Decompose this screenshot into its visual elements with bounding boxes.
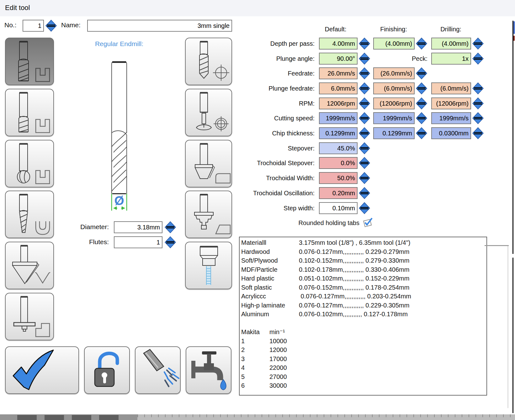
tool-type-slot-cutter-button[interactable] bbox=[5, 293, 54, 340]
spinner-updown[interactable] bbox=[358, 38, 370, 50]
cutting-speed-default-field[interactable]: 1999mm/s bbox=[319, 112, 358, 124]
tool-name-input[interactable]: 3mm single bbox=[87, 20, 232, 32]
makita-rpm: 17000 bbox=[269, 354, 287, 364]
param-row-rpm: RPM: 12006rpm (12006rpm) (12006rpm) bbox=[242, 97, 492, 109]
tool-type-tapered-engraver-button[interactable] bbox=[5, 191, 54, 238]
spinner-updown[interactable] bbox=[472, 127, 484, 139]
spinner-updown[interactable] bbox=[358, 97, 370, 109]
tool-strip-segment bbox=[45, 415, 64, 420]
trochoidal-stepover-field[interactable]: 0.0% bbox=[319, 157, 358, 169]
plunge-feedrate-finishing-field[interactable]: (6.0mm/s) bbox=[373, 82, 415, 94]
tool-type-regular-endmill-button[interactable] bbox=[5, 38, 54, 85]
rpm-finishing-field[interactable]: (12006rpm) bbox=[373, 97, 415, 109]
spinner-updown[interactable] bbox=[472, 97, 484, 109]
coolant-button[interactable] bbox=[186, 346, 231, 394]
ok-button[interactable] bbox=[5, 346, 79, 394]
material-row: Aluminum 0.076-0.102mm,,,,,,,,,,, 0.127-… bbox=[241, 310, 486, 319]
spinner-updown[interactable] bbox=[472, 53, 484, 65]
feedrate-default-field[interactable]: 26.0mm/s bbox=[319, 67, 358, 79]
makita-speed-number: 4 bbox=[241, 363, 269, 372]
tool-type-single-flute-endmill-button[interactable] bbox=[5, 89, 54, 136]
chip-thickness-default-field[interactable]: 0.1299mm bbox=[319, 127, 358, 139]
updown-diamond-icon bbox=[45, 20, 57, 32]
rpm-default-field[interactable]: 12006rpm bbox=[319, 97, 358, 109]
spinner-updown[interactable] bbox=[416, 127, 427, 139]
unlock-button[interactable] bbox=[84, 346, 130, 394]
spray-icon bbox=[135, 347, 180, 393]
updown-diamond-icon bbox=[416, 97, 427, 109]
depth-per-pass-default-field[interactable]: 4.00mm bbox=[319, 38, 358, 50]
flutes-input[interactable]: 1 bbox=[114, 236, 162, 248]
tool-mode-undercut-button[interactable] bbox=[185, 89, 232, 136]
flutes-spinner[interactable] bbox=[164, 236, 176, 248]
tool-number-label: No.: bbox=[4, 21, 17, 29]
material-name: Aluminum bbox=[241, 310, 299, 319]
updown-diamond-icon bbox=[416, 38, 427, 50]
endmill-drawing-icon: Ø bbox=[100, 58, 139, 215]
tool-number-input[interactable]: 1 bbox=[23, 20, 44, 32]
param-row-chip-thickness: Chip thickness: 0.1299mm 0.1299mm 0.0300… bbox=[242, 127, 492, 139]
spinner-updown[interactable] bbox=[358, 82, 370, 94]
spinner-updown[interactable] bbox=[358, 127, 370, 139]
trochoidal-oscillation-field[interactable]: 0.20mm bbox=[319, 187, 358, 199]
spinner-updown[interactable] bbox=[416, 82, 427, 94]
step-width-field[interactable]: 0.10mm bbox=[319, 202, 358, 214]
material-chipload-box: Materialll 3.175mm tool (1/8") , 6.35mm … bbox=[239, 237, 487, 396]
tool-number-spinner[interactable] bbox=[45, 20, 57, 32]
param-label: Step width: bbox=[242, 205, 315, 212]
rpm-drilling-field[interactable]: (12006rpm) bbox=[431, 97, 471, 109]
spinner-updown[interactable] bbox=[358, 157, 370, 169]
spinner-updown[interactable] bbox=[358, 53, 370, 65]
material-value: 0.076-0.152mm,,,,,,,,,,,, 0.178-0.254mm bbox=[299, 283, 409, 292]
spinner-updown[interactable] bbox=[358, 187, 370, 199]
spinner-updown[interactable] bbox=[472, 82, 484, 94]
tool-type-ballnose-endmill-button[interactable] bbox=[5, 140, 54, 187]
spinner-updown[interactable] bbox=[358, 142, 370, 154]
plunge-feedrate-default-field[interactable]: 6.0mm/s bbox=[319, 82, 358, 94]
material-name: Acryliccc bbox=[241, 292, 299, 301]
cutting-speed-drilling-field[interactable]: 1999mm/s bbox=[431, 112, 471, 124]
tool-mode-profile-button[interactable] bbox=[185, 191, 232, 238]
spinner-updown[interactable] bbox=[472, 38, 484, 50]
updown-diamond-icon bbox=[358, 187, 370, 199]
rounded-holding-tabs-checkbox[interactable] bbox=[362, 217, 373, 228]
spinner-updown[interactable] bbox=[358, 172, 370, 184]
dialog-titlebar: Edit tool bbox=[0, 0, 515, 16]
chip-thickness-drilling-field[interactable]: 0.0300mm bbox=[431, 127, 471, 139]
depth-per-pass-finishing-field[interactable]: (4.00mm) bbox=[373, 38, 415, 50]
tool-mode-chamfer-button[interactable] bbox=[185, 140, 232, 187]
tool-mode-laser-button[interactable] bbox=[185, 242, 232, 289]
spinner-updown[interactable] bbox=[472, 112, 484, 124]
chip-thickness-finishing-field[interactable]: 0.1299mm bbox=[373, 127, 415, 139]
material-row: Acryliccc 0.076-0.127mm,,,,,,,,,,,, 0.20… bbox=[241, 292, 486, 301]
material-header-row: Materialll 3.175mm tool (1/8") , 6.35mm … bbox=[241, 238, 486, 247]
makita-row: 6 30000 bbox=[241, 381, 486, 390]
makita-row: 2 12000 bbox=[241, 345, 486, 354]
spinner-updown[interactable] bbox=[416, 112, 427, 124]
peck-field[interactable]: 1x bbox=[431, 53, 471, 65]
tool-strip-segment bbox=[17, 415, 37, 420]
blank-line bbox=[241, 319, 486, 328]
spinner-updown[interactable] bbox=[416, 38, 427, 50]
diameter-input[interactable]: 3.18mm bbox=[114, 221, 162, 233]
tool-mode-drill-button[interactable] bbox=[185, 38, 232, 85]
cutting-speed-finishing-field[interactable]: 1999mm/s bbox=[373, 112, 415, 124]
plunge-angle-field[interactable]: 90.00° bbox=[319, 53, 358, 65]
feedrate-finishing-field[interactable]: (26.0mm/s) bbox=[373, 67, 415, 79]
spinner-updown[interactable] bbox=[358, 202, 370, 214]
plunge-feedrate-drilling-field[interactable]: (6.0mm/s) bbox=[431, 82, 471, 94]
spinner-updown[interactable] bbox=[358, 67, 370, 79]
tool-type-heading: Regular Endmill: bbox=[72, 40, 166, 48]
spinner-updown[interactable] bbox=[358, 112, 370, 124]
rounded-holding-tabs-label: Rounded holding tabs bbox=[298, 219, 359, 227]
depth-per-pass-drilling-field[interactable]: (4.00mm) bbox=[431, 38, 471, 50]
spinner-updown[interactable] bbox=[416, 67, 427, 79]
spray-button[interactable] bbox=[135, 346, 181, 394]
spinner-updown[interactable] bbox=[416, 97, 427, 109]
tool-type-v-bit-button[interactable] bbox=[5, 242, 54, 289]
trochoidal-width-field[interactable]: 50.0% bbox=[319, 172, 358, 184]
flutes-label: Flutes: bbox=[63, 238, 109, 246]
param-row-plunge-angle: Plunge angle: 90.00° Peck: 1x bbox=[242, 53, 492, 65]
diameter-spinner[interactable] bbox=[164, 221, 176, 233]
stepover-field[interactable]: 45.0% bbox=[319, 142, 358, 154]
